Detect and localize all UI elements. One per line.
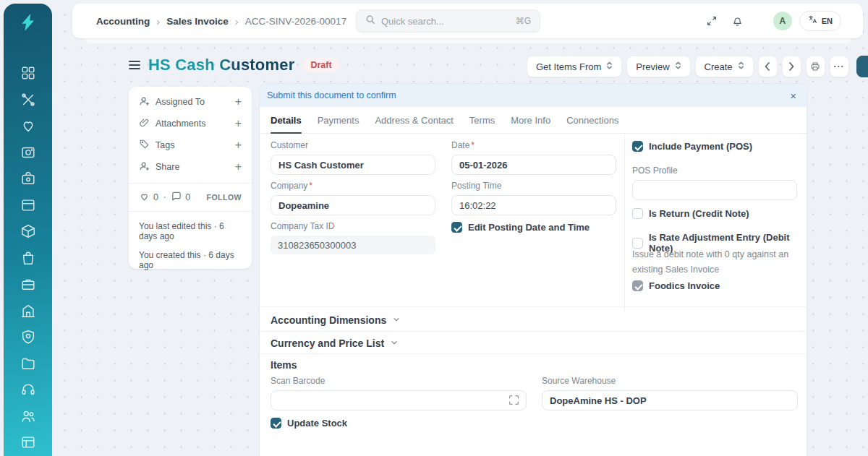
search-shortcut: ⌘G <box>516 16 531 26</box>
follow-button[interactable]: FOLLOW <box>207 193 242 202</box>
tools-module-icon[interactable] <box>20 92 36 108</box>
include-payment-pos-checkbox[interactable] <box>632 141 643 152</box>
source-warehouse-field[interactable] <box>542 390 798 410</box>
company-field[interactable] <box>271 195 435 215</box>
create-button[interactable]: Create <box>695 56 754 77</box>
stock-module-icon[interactable] <box>20 223 36 239</box>
website-module-icon[interactable] <box>20 197 36 213</box>
add-tag-button[interactable]: + <box>235 139 242 151</box>
pos-module-icon[interactable] <box>20 145 36 160</box>
quick-search[interactable]: ⌘G <box>356 9 540 33</box>
update-stock-row[interactable]: Update Stock <box>271 418 347 429</box>
app-sidebar <box>4 4 52 456</box>
comments-count[interactable]: 0 <box>185 192 190 202</box>
manufacturing-module-icon[interactable] <box>20 303 36 319</box>
search-input[interactable] <box>381 16 510 27</box>
source-warehouse-label: Source Warehouse <box>542 376 798 386</box>
update-stock-label: Update Stock <box>287 418 347 429</box>
loyalty-module-icon[interactable] <box>20 118 36 134</box>
add-share-button[interactable]: + <box>235 161 242 173</box>
language-selector[interactable]: EN <box>799 11 841 31</box>
tab-address-contact[interactable]: Address & Contact <box>375 107 453 133</box>
get-items-from-button[interactable]: Get Items From <box>527 56 622 77</box>
share-row[interactable]: Share + <box>129 156 252 178</box>
add-attachment-button[interactable]: + <box>235 118 242 129</box>
previous-document-button[interactable] <box>758 56 778 77</box>
payroll-module-icon[interactable] <box>20 171 36 186</box>
submit-button[interactable]: Submit <box>856 56 868 77</box>
assigned-to-row[interactable]: Assigned To + <box>129 91 252 113</box>
include-payment-pos-row[interactable]: Include Payment (POS) <box>632 141 752 152</box>
hr-module-icon[interactable] <box>20 408 36 424</box>
add-assignment-button[interactable]: + <box>235 96 242 108</box>
customer-field[interactable] <box>271 155 435 175</box>
close-icon[interactable]: × <box>790 90 796 101</box>
select-chevrons-icon <box>675 61 681 72</box>
quality-module-icon[interactable] <box>20 329 36 345</box>
support-module-icon[interactable] <box>20 382 36 397</box>
is-rate-adjustment-help: Issue a debit note with 0 qty against an… <box>632 247 807 277</box>
preview-label: Preview <box>636 61 669 72</box>
posting-time-field[interactable] <box>451 195 616 215</box>
tab-more-info[interactable]: More Info <box>511 107 550 133</box>
projects-module-icon[interactable] <box>20 276 36 292</box>
divider <box>129 183 252 184</box>
edit-posting-datetime-row[interactable]: Edit Posting Date and Time <box>451 222 590 233</box>
share-label: Share <box>156 162 179 172</box>
scan-barcode-field[interactable] <box>271 390 527 410</box>
attachments-row[interactable]: Attachments + <box>129 113 252 134</box>
pos-profile-field[interactable] <box>632 180 797 200</box>
edit-posting-datetime-checkbox[interactable] <box>451 222 462 233</box>
likes-count[interactable]: 0 <box>153 192 158 202</box>
assets-module-icon[interactable] <box>20 356 36 371</box>
company-tax-id-field: 310823650300003 <box>271 236 435 254</box>
fullscreen-icon[interactable] <box>701 10 723 32</box>
apps-module-icon[interactable] <box>20 65 36 81</box>
document-sidebar: Assigned To + Attachments + Tags + Share… <box>129 87 252 269</box>
is-return-row[interactable]: Is Return (Credit Note) <box>632 208 749 219</box>
select-chevrons-icon <box>606 61 613 72</box>
items-section-header: Items <box>271 359 297 371</box>
tags-row[interactable]: Tags + <box>129 134 252 156</box>
section-divider <box>260 306 807 307</box>
crm-module-icon[interactable] <box>20 434 36 450</box>
frappe-logo-icon[interactable] <box>19 13 38 35</box>
notifications-bell-icon[interactable] <box>727 10 749 32</box>
accounting-dimensions-section[interactable]: Accounting Dimensions <box>271 314 401 327</box>
barcode-scan-icon[interactable] <box>508 394 520 409</box>
comments-icon[interactable] <box>171 191 182 205</box>
select-chevrons-icon <box>738 61 744 72</box>
tab-details[interactable]: Details <box>271 107 302 133</box>
sidebar-toggle-icon[interactable] <box>127 57 142 73</box>
dot-separator: · <box>163 191 166 204</box>
preview-button[interactable]: Preview <box>626 56 690 77</box>
pos-profile-label: POS Profile <box>632 165 797 176</box>
paperclip-icon <box>139 117 150 131</box>
submit-alert: Submit this document to confirm × <box>260 84 807 107</box>
breadcrumb-accounting[interactable]: Accounting <box>96 16 150 27</box>
buying-module-icon[interactable] <box>20 250 36 266</box>
date-field[interactable] <box>451 155 616 175</box>
posting-time-label: Posting Time <box>451 181 616 191</box>
like-heart-icon[interactable] <box>139 191 150 205</box>
column-divider <box>624 134 625 311</box>
tag-icon <box>139 139 150 152</box>
tab-connections[interactable]: Connections <box>566 107 618 133</box>
page-title: HS Cash Customer <box>148 56 294 74</box>
tab-terms[interactable]: Terms <box>469 107 495 133</box>
menu-button[interactable]: ··· <box>830 56 849 77</box>
tab-payments[interactable]: Payments <box>318 107 359 133</box>
is-return-checkbox[interactable] <box>632 208 643 219</box>
divider <box>129 211 252 212</box>
currency-price-list-section[interactable]: Currency and Price List <box>271 337 399 350</box>
items-label: Items <box>271 359 297 371</box>
print-button[interactable] <box>806 56 825 77</box>
accounting-dimensions-label: Accounting Dimensions <box>271 314 386 326</box>
chevron-down-icon <box>390 337 399 350</box>
breadcrumb-current-doc: ACC-SINV-2026-00017 <box>245 16 346 27</box>
next-document-button[interactable] <box>782 56 801 77</box>
update-stock-checkbox[interactable] <box>271 418 281 429</box>
user-avatar[interactable]: A <box>773 12 792 30</box>
breadcrumb-sales-invoice[interactable]: Sales Invoice <box>166 16 229 27</box>
last-edited-text: You last edited this · 6 days ago <box>129 217 252 246</box>
